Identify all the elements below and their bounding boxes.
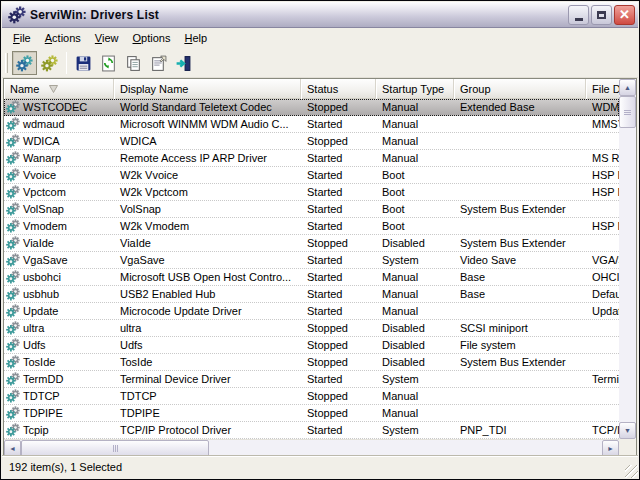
driver-gears-icon [6,134,20,148]
cell-name: TDPIPE [4,405,114,421]
refresh-button[interactable] [96,51,121,75]
table-row[interactable]: VgaSaveVgaSaveStartedSystemVideo SaveVGA… [4,252,619,269]
cell-startup-type: System [376,371,454,387]
cell-startup-type: System [376,252,454,268]
cell-name: usbohci [4,269,114,285]
cell-startup-type: Boot [376,184,454,200]
driver-gears-icon [6,219,20,233]
table-row[interactable]: TosIdeTosIdeStoppedDisabledSystem Bus Ex… [4,354,619,371]
cell-status: Started [301,422,376,438]
title-bar[interactable]: ServiWin: Drivers List ✕ [2,2,638,28]
column-label: Status [307,83,338,95]
toolbar [2,49,638,78]
arrow-up-icon: ▲ [624,84,631,91]
cell-file-description: OHCI [586,269,619,285]
table-row[interactable]: TDTCPTDTCPStoppedManual [4,388,619,405]
exit-button[interactable] [171,51,196,75]
cell-file-description [586,405,619,421]
table-row[interactable]: UpdateMicrocode Update DriverStartedManu… [4,303,619,320]
horizontal-scrollbar[interactable]: ◄ ► [4,439,619,456]
cell-display-name: Terminal Device Driver [114,371,301,387]
toolbar-grip[interactable] [5,53,8,73]
menu-help[interactable]: Help [177,29,214,47]
cell-name: VgaSave [4,252,114,268]
table-row[interactable]: WDICAWDICAStoppedManual [4,133,619,150]
cell-file-description: HSP M [586,167,619,183]
vertical-scroll-thumb[interactable] [619,96,636,128]
column-header-status[interactable]: Status [301,79,376,99]
olive-gears-icon [41,55,58,72]
thumb-grip [113,445,114,452]
cell-startup-type: Disabled [376,354,454,370]
resize-grip-icon[interactable] [625,465,638,478]
column-header-file-description[interactable]: File De [586,79,619,99]
column-label: Display Name [120,83,188,95]
cell-status: Stopped [301,354,376,370]
close-button[interactable]: ✕ [614,5,635,25]
maximize-button[interactable] [591,5,612,25]
drivers-list-button[interactable] [12,51,37,75]
table-row[interactable]: usbohciMicrosoft USB Open Host Contro...… [4,269,619,286]
minimize-button[interactable] [568,5,589,25]
menu-actions[interactable]: Actions [38,29,88,47]
table-row[interactable]: usbhubUSB2 Enabled HubStartedManualBaseD… [4,286,619,303]
cell-name: Update [4,303,114,319]
cell-display-name: ViaIde [114,235,301,251]
cell-group: PNP_TDI [454,422,586,438]
cell-file-description: Defau [586,286,619,302]
cell-name: Vmodem [4,218,114,234]
table-row[interactable]: UdfsUdfsStoppedDisabledFile system [4,337,619,354]
cell-startup-type: Disabled [376,337,454,353]
cell-startup-type: Boot [376,167,454,183]
table-row[interactable]: ViaIdeViaIdeStoppedDisabledSystem Bus Ex… [4,235,619,252]
cell-display-name: VgaSave [114,252,301,268]
table-row[interactable]: TcpipTCP/IP Protocol DriverStartedSystem… [4,422,619,439]
cell-status: Started [301,150,376,166]
cell-status: Started [301,269,376,285]
services-list-button[interactable] [37,51,62,75]
column-header-startup-type[interactable]: Startup Type [376,79,454,99]
driver-name: VgaSave [23,254,68,266]
table-row[interactable]: WSTCODECWorld Standard Teletext CodecSto… [4,99,619,116]
driver-gears-icon [6,338,20,352]
menu-view[interactable]: View [88,29,126,47]
table-row[interactable]: VolSnapVolSnapStartedBootSystem Bus Exte… [4,201,619,218]
cell-display-name: Remote Access IP ARP Driver [114,150,301,166]
column-header-display-name[interactable]: Display Name [114,79,301,99]
table-row[interactable]: ultraultraStoppedDisabledSCSI miniport [4,320,619,337]
cell-name: WSTCODEC [4,99,114,115]
menu-options[interactable]: Options [126,29,178,47]
column-header-group[interactable]: Group [454,79,586,99]
cell-name: Tcpip [4,422,114,438]
save-button[interactable] [71,51,96,75]
table-row[interactable]: wdmaudMicrosoft WINMM WDM Audio C...Star… [4,116,619,133]
vertical-scrollbar[interactable]: ▲ ▼ [619,79,636,439]
cell-status: Started [301,201,376,217]
table-row[interactable]: VpctcomW2k VpctcomStartedBootHSP M [4,184,619,201]
column-label: Group [460,83,491,95]
cell-status: Stopped [301,320,376,336]
cell-name: WDICA [4,133,114,149]
cell-status: Stopped [301,388,376,404]
cell-display-name: TDTCP [114,388,301,404]
table-row[interactable]: TermDDTerminal Device DriverStartedSyste… [4,371,619,388]
app-gears-icon [8,6,26,24]
table-row[interactable]: TDPIPETDPIPEStoppedManual [4,405,619,422]
scroll-up-button[interactable]: ▲ [619,79,636,96]
table-row[interactable]: VmodemW2k VmodemStartedBootHSP M [4,218,619,235]
table-row[interactable]: VvoiceW2k VvoiceStartedBootHSP M [4,167,619,184]
status-text: 192 item(s), 1 Selected [9,461,122,473]
driver-name: WSTCODEC [23,101,87,113]
cell-startup-type: Manual [376,303,454,319]
menu-file[interactable]: File [6,29,38,47]
scroll-down-button[interactable]: ▼ [619,422,636,439]
cell-display-name: USB2 Enabled Hub [114,286,301,302]
properties-button[interactable] [146,51,171,75]
driver-name: Wanarp [23,152,61,164]
column-header-name[interactable]: Name [4,79,114,99]
copy-button[interactable] [121,51,146,75]
cell-startup-type: Manual [376,99,454,115]
cell-status: Started [301,303,376,319]
table-row[interactable]: WanarpRemote Access IP ARP DriverStarted… [4,150,619,167]
driver-gears-icon [6,202,20,216]
